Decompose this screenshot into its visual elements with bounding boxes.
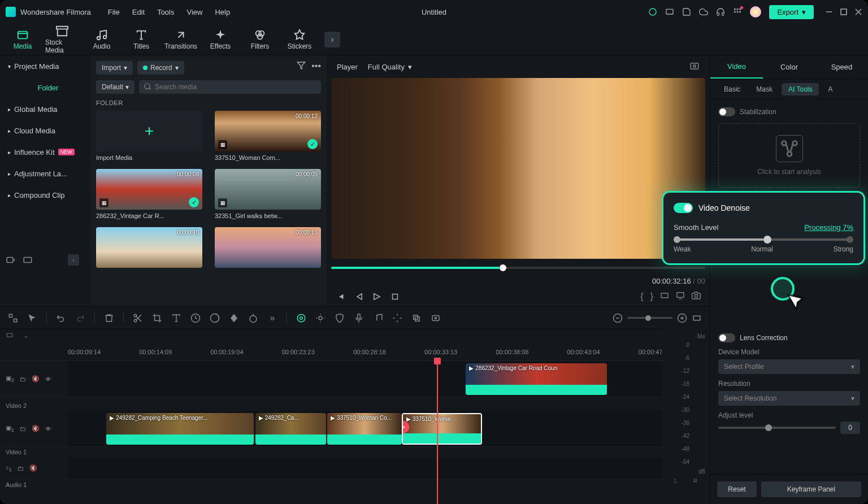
headset-icon[interactable] — [716, 7, 725, 16]
mute-icon[interactable]: 🔇 — [32, 425, 40, 432]
enhance-icon[interactable] — [315, 313, 326, 323]
menu-tools[interactable]: Tools — [157, 8, 174, 16]
subtab-a[interactable]: A — [821, 83, 839, 95]
avatar-icon[interactable] — [750, 6, 761, 18]
reset-button[interactable]: Reset — [717, 481, 757, 497]
quality-dropdown[interactable]: Full Quality▾ — [368, 63, 412, 71]
folder-icon[interactable]: 🗀 — [20, 376, 26, 383]
cursor-tool-icon[interactable] — [27, 313, 37, 323]
search-media[interactable] — [139, 80, 321, 94]
color-icon[interactable] — [210, 313, 220, 323]
sidebar-global-media[interactable]: ▸Global Media — [0, 98, 90, 120]
stop-button[interactable] — [390, 292, 400, 302]
music-icon[interactable] — [373, 313, 383, 323]
media-item[interactable]: 00:00:12▦✓ 337510_Woman Com... — [215, 111, 321, 161]
brace-left-icon[interactable]: { — [640, 292, 643, 302]
denoise-toggle[interactable] — [674, 203, 693, 213]
timeline-clip-selected[interactable]: ▶337510_Woma ✂ — [402, 413, 482, 445]
selection-tool-icon[interactable] — [8, 313, 18, 323]
display-icon[interactable] — [676, 291, 685, 302]
tab-color-props[interactable]: Color — [763, 55, 815, 79]
track-a1[interactable] — [68, 457, 710, 479]
sidebar-project-media[interactable]: ▾Project Media — [0, 55, 90, 77]
video-preview[interactable] — [331, 78, 705, 259]
bin-icon[interactable] — [23, 255, 33, 265]
timeline-clip[interactable]: ▶337510_Woman Co... — [327, 413, 402, 445]
new-bin-icon[interactable] — [6, 255, 16, 265]
track-v1[interactable]: ▶249282_Camping Beach Teenager... ▶24928… — [68, 411, 710, 446]
import-media-tile[interactable]: + Import Media — [96, 111, 202, 161]
zoom-in-icon[interactable] — [677, 313, 687, 323]
menu-help[interactable]: Help — [215, 8, 230, 16]
keyframe-panel-button[interactable]: Keyframe Panel — [761, 481, 861, 497]
sidebar-adjustment[interactable]: ▸Adjustment La... — [0, 163, 90, 184]
tab-stock-media[interactable]: Stock Media — [45, 25, 79, 54]
denoise-slider[interactable] — [674, 238, 853, 241]
keyframe-icon[interactable] — [229, 313, 239, 323]
tabs-more-button[interactable]: › — [324, 32, 340, 47]
sidebar-cloud-media[interactable]: ▸Cloud Media — [0, 120, 90, 141]
tab-audio[interactable]: Audio — [85, 29, 119, 50]
tab-filters[interactable]: Filters — [243, 29, 277, 50]
layers-icon[interactable] — [411, 313, 422, 323]
tab-effects[interactable]: Effects — [203, 29, 237, 50]
media-item[interactable]: 00:00:05▦ 32351_Girl walks betw... — [215, 169, 321, 219]
mute-icon[interactable]: 🔇 — [32, 375, 40, 383]
media-item[interactable]: 00:00:15 — [215, 227, 321, 268]
resolution-select[interactable]: Select Resolution▾ — [718, 391, 860, 406]
filter-icon[interactable] — [297, 61, 306, 70]
track-v2[interactable]: ▶286232_Vintage Car Road Coun — [68, 361, 710, 397]
zoom-out-icon[interactable] — [613, 313, 623, 323]
redo-icon[interactable] — [75, 313, 85, 323]
subtab-ai-tools[interactable]: AI Tools — [782, 83, 819, 95]
light-icon[interactable] — [392, 313, 402, 323]
sort-dropdown[interactable]: Default▾ — [96, 80, 134, 94]
timer-icon[interactable] — [248, 313, 258, 323]
magnet-icon[interactable] — [6, 332, 14, 342]
prev-frame-button[interactable] — [336, 292, 346, 302]
import-button[interactable]: Import▾ — [96, 61, 133, 75]
tab-stickers[interactable]: Stickers — [283, 29, 316, 50]
brace-right-icon[interactable]: } — [650, 292, 653, 302]
close-icon[interactable] — [854, 8, 862, 16]
mic-icon[interactable] — [354, 313, 364, 323]
save-icon[interactable] — [682, 7, 691, 16]
link-icon[interactable] — [21, 332, 29, 342]
tab-transitions[interactable]: Transitions — [164, 29, 198, 50]
undo-icon[interactable] — [56, 313, 66, 323]
ai-tool-icon[interactable] — [296, 313, 306, 323]
apps-icon[interactable] — [733, 7, 742, 16]
record-button[interactable]: Record▾ — [137, 61, 184, 75]
shield-icon[interactable] — [335, 313, 345, 323]
eye-icon[interactable]: 👁 — [45, 425, 51, 432]
device-profile-select[interactable]: Select Profile▾ — [718, 359, 860, 374]
sidebar-influence-kit[interactable]: ▸Influence KitNEW — [0, 141, 90, 163]
playhead[interactable] — [437, 361, 438, 504]
folder-icon[interactable]: 🗀 — [20, 425, 26, 432]
tab-video-props[interactable]: Video — [710, 55, 763, 79]
mute-icon[interactable]: 🔇 — [29, 464, 37, 472]
progress-icon[interactable] — [648, 7, 657, 16]
maximize-icon[interactable] — [840, 8, 848, 16]
cloud-icon[interactable] — [699, 7, 708, 16]
media-item[interactable]: 00:00:40 — [96, 227, 202, 268]
timeline-clip[interactable]: ▶249282_Ca... — [255, 413, 326, 445]
scrubber-thumb[interactable] — [500, 264, 506, 271]
tab-speed-props[interactable]: Speed — [815, 55, 868, 79]
crop-icon[interactable] — [152, 313, 162, 323]
marker-icon[interactable] — [431, 313, 441, 323]
screen-icon[interactable] — [665, 7, 674, 16]
export-button[interactable]: Export▾ — [769, 5, 814, 19]
zoom-slider[interactable] — [627, 317, 672, 319]
text-icon[interactable] — [171, 313, 181, 323]
search-input[interactable] — [155, 83, 316, 91]
play-button[interactable] — [372, 292, 382, 302]
fit-icon[interactable] — [692, 313, 702, 323]
camera-icon[interactable] — [692, 291, 701, 302]
slider-thumb[interactable] — [763, 236, 771, 244]
minimize-icon[interactable] — [825, 8, 833, 16]
menu-file[interactable]: File — [108, 8, 120, 16]
snapshot-icon[interactable] — [689, 61, 700, 73]
split-icon[interactable] — [133, 313, 143, 323]
sidebar-compound[interactable]: ▸Compound Clip — [0, 184, 90, 206]
